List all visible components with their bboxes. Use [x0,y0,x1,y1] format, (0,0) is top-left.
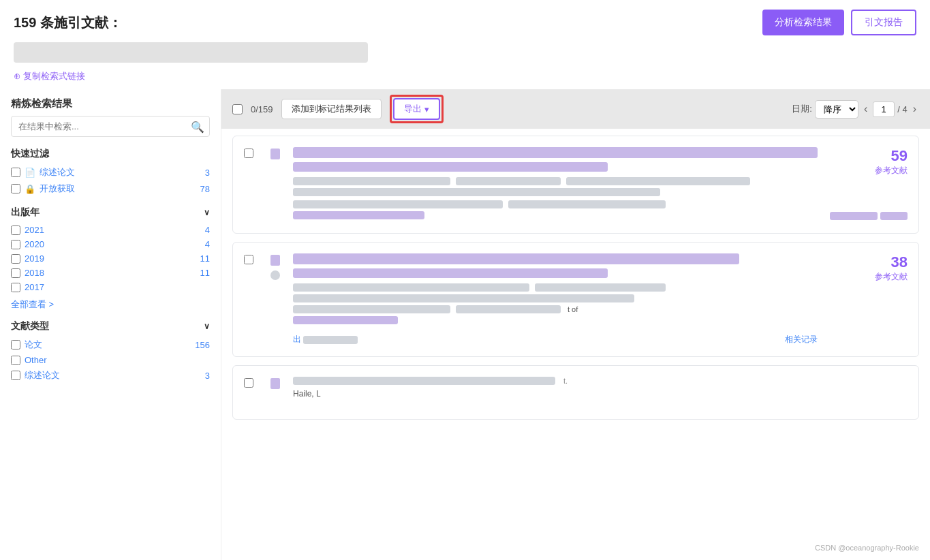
filter-checkbox-2019[interactable] [11,254,20,264]
oa-icon-2 [270,270,280,280]
filter-label-开放获取[interactable]: 开放获取 [40,183,75,195]
results-list: 59 参考文献 [221,129,930,435]
selected-count: 0/159 [251,104,273,114]
doc-type-icon-3 [270,378,280,389]
page-header: 159 条施引文献： 分析检索结果 引文报告 [0,0,930,38]
citation-report-button[interactable]: 引文报告 [851,10,916,35]
search-bar-row [0,38,930,67]
analyze-results-button[interactable]: 分析检索结果 [762,10,844,35]
sidebar: 精炼检索结果 🔍 快速过滤 📄 综述论文 3 🔒 开放获取 78 [0,89,221,560]
doctype-label-综述论文[interactable]: 综述论文 [25,369,60,382]
add-bookmark-button[interactable]: 添加到标记结果列表 [281,99,382,119]
year-label-2020[interactable]: 2020 [25,239,44,249]
ref-count-1: 59 [875,147,908,165]
card-icons-col-2 [266,253,285,345]
watermark: CSDN @oceanography-Rookie [815,544,919,552]
card-body-1 [293,147,818,222]
page-input[interactable] [873,102,895,117]
filter-checkbox-2021[interactable] [11,225,20,235]
quick-filter-title: 快速过滤 [11,148,210,160]
next-page-button[interactable]: › [910,103,919,115]
page-title: 159 条施引文献： [14,14,122,32]
filter-checkbox-综述论文[interactable] [11,168,20,177]
year-label-2021[interactable]: 2021 [25,225,44,235]
filter-checkbox-开放获取[interactable] [11,184,20,193]
card-right-3 [826,377,908,408]
filter-item-论文: 论文 156 [11,337,210,353]
doctype-label-论文[interactable]: 论文 [25,339,42,351]
filter-item-2021: 2021 4 [11,223,210,237]
toolbar: 0/159 添加到标记结果列表 导出 ▾ 日期: 降序 升序 ‹ / 4 [221,89,930,129]
doc-type-section: 文献类型 ∨ 论文 156 Other 综述论文 3 [11,320,210,384]
ref-label-2: 参考文献 [875,271,908,283]
lock-icon: 🔒 [25,184,35,194]
filter-checkbox-综述论文-doc[interactable] [11,371,20,380]
card-icons-col-3 [266,377,285,408]
year-count-2018: 11 [200,268,210,278]
main-content: 0/159 添加到标记结果列表 导出 ▾ 日期: 降序 升序 ‹ / 4 [221,89,930,560]
pub-year-title[interactable]: 出版年 ∨ [11,206,210,219]
doctype-label-other[interactable]: Other [25,355,47,365]
filter-checkbox-other[interactable] [11,356,20,365]
year-count-2021: 4 [205,225,210,235]
filter-item-综述论文: 📄 综述论文 3 [11,164,210,181]
doc-type-icon-2 [270,255,280,266]
copy-link-label: ⊕ 复制检索式链接 [14,70,85,82]
sort-select[interactable]: 降序 升序 [815,100,858,119]
search-bar-bg [14,42,368,63]
year-label-2019[interactable]: 2019 [25,253,44,264]
filter-checkbox-2018[interactable] [11,268,20,278]
prev-page-button[interactable]: ‹ [861,103,870,115]
ref-label-1: 参考文献 [875,165,908,176]
card-2-checkbox[interactable] [244,255,253,264]
search-icon-button[interactable]: 🔍 [191,120,204,133]
doctype-count-论文: 156 [195,340,210,350]
quick-filter-section: 快速过滤 📄 综述论文 3 🔒 开放获取 78 [11,148,210,197]
refine-title: 精炼检索结果 [11,97,210,110]
card-checkbox-col-3 [244,377,258,408]
result-card-1: 59 参考文献 [232,136,919,234]
chevron-down-icon-export: ▾ [424,104,429,114]
filter-item-2017: 2017 [11,280,210,294]
card-extra-link-1 [830,212,878,220]
doctype-count-综述论文: 3 [205,371,210,381]
filter-item-2020: 2020 4 [11,237,210,251]
filter-item-开放获取: 🔒 开放获取 78 [11,181,210,197]
search-input[interactable] [11,116,210,137]
related-records-link-2[interactable]: 相关记录 [785,334,818,345]
result-card-3: t. Haile, L [232,365,919,420]
year-label-2017[interactable]: 2017 [25,282,44,292]
pagination: ‹ / 4 › [861,102,919,117]
filter-item-other: Other [11,353,210,367]
year-count-2019: 11 [200,253,210,264]
card-1-checkbox[interactable] [244,149,253,158]
card-2-footer: 出 相关记录 [293,330,818,345]
pub-year-section: 出版年 ∨ 2021 4 2020 4 2019 11 2018 11 [11,206,210,311]
filter-checkbox-2020[interactable] [11,240,20,249]
card-body-2: t of 出 相关记录 [293,253,818,345]
sort-area: 日期: 降序 升序 ‹ / 4 › [792,100,919,119]
card-checkbox-col-2 [244,253,258,345]
card-3-checkbox[interactable] [244,378,253,388]
filter-count-综述论文: 3 [205,168,210,178]
copy-link[interactable]: ⊕ 复制检索式链接 [0,67,930,89]
filter-item-2018: 2018 11 [11,266,210,280]
filter-label-综述论文[interactable]: 综述论文 [40,166,75,178]
doc-type-title[interactable]: 文献类型 ∨ [11,320,210,332]
sort-label: 日期: [792,103,812,115]
filter-checkbox-论文[interactable] [11,340,20,349]
filter-checkbox-2017[interactable] [11,283,20,292]
export-button[interactable]: 导出 ▾ [393,98,440,120]
search-in-results: 🔍 [11,116,210,137]
doc-type-icon-1 [270,149,280,159]
card-2-footer-link[interactable]: 出 [293,334,358,345]
view-all-years[interactable]: 全部查看 > [11,298,210,311]
result-card-2: t of 出 相关记录 38 [232,242,919,357]
year-label-2018[interactable]: 2018 [25,268,44,278]
select-all-checkbox[interactable] [232,104,243,114]
card-checkbox-col [244,147,258,222]
ref-count-2: 38 [875,253,908,271]
filter-item-2019: 2019 11 [11,251,210,266]
year-count-2020: 4 [205,239,210,249]
header-buttons: 分析检索结果 引文报告 [762,10,916,35]
